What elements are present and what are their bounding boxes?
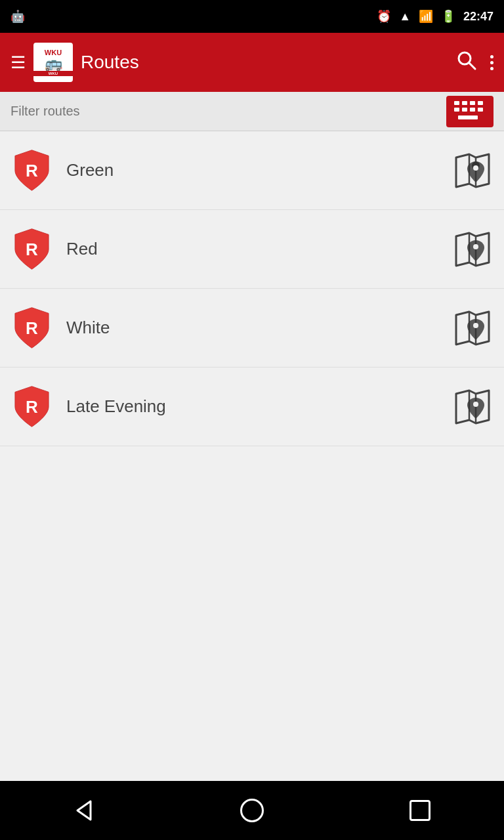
route-list: R Green R Red bbox=[0, 131, 504, 446]
map-icon-red bbox=[451, 228, 494, 270]
map-icon-green bbox=[451, 149, 494, 192]
route-item-late-evening[interactable]: R Late Evening bbox=[0, 368, 504, 446]
route-badge-red: R bbox=[10, 228, 53, 270]
status-right: ⏰ ▲ 📶 🔋 22:47 bbox=[377, 9, 494, 24]
svg-rect-6 bbox=[454, 108, 459, 112]
back-button[interactable] bbox=[68, 794, 100, 827]
route-name-late-evening: Late Evening bbox=[66, 396, 451, 417]
route-badge-white: R bbox=[10, 306, 53, 349]
route-badge-late-evening: R bbox=[10, 385, 53, 428]
status-bar: 🤖 ⏰ ▲ 📶 🔋 22:47 bbox=[0, 0, 504, 33]
signal-icon: 📶 bbox=[419, 9, 433, 24]
svg-line-1 bbox=[469, 62, 476, 69]
search-button[interactable] bbox=[456, 50, 477, 75]
wifi-icon: ▲ bbox=[399, 10, 411, 24]
svg-rect-3 bbox=[462, 101, 467, 105]
svg-text:R: R bbox=[26, 240, 38, 259]
filter-bar bbox=[0, 92, 504, 131]
battery-icon: 🔋 bbox=[441, 9, 455, 24]
bottom-nav-bar bbox=[0, 781, 504, 840]
app-bar: ☰ WKU 🚌 WKU Routes bbox=[0, 33, 504, 92]
logo-bar-text: WKU bbox=[49, 72, 58, 75]
route-name-white: White bbox=[66, 318, 451, 338]
app-logo: WKU 🚌 WKU bbox=[33, 43, 73, 82]
svg-marker-32 bbox=[77, 801, 91, 820]
svg-rect-10 bbox=[458, 116, 478, 119]
logo-bus-icon: 🚌 bbox=[45, 56, 62, 71]
dot2 bbox=[490, 61, 494, 64]
svg-rect-7 bbox=[462, 108, 467, 112]
svg-text:R: R bbox=[26, 161, 38, 180]
svg-point-21 bbox=[473, 244, 478, 249]
route-item-red[interactable]: R Red bbox=[0, 210, 504, 289]
more-options-button[interactable] bbox=[490, 55, 494, 70]
home-circle bbox=[240, 799, 264, 822]
recents-square bbox=[410, 800, 430, 821]
recents-button[interactable] bbox=[404, 794, 436, 827]
android-icon: 🤖 bbox=[10, 9, 25, 24]
svg-rect-9 bbox=[478, 108, 483, 112]
keyboard-button[interactable] bbox=[446, 96, 494, 127]
map-icon-late-evening bbox=[451, 385, 494, 428]
map-icon-white bbox=[451, 306, 494, 349]
svg-text:R: R bbox=[26, 397, 38, 417]
route-name-red: Red bbox=[66, 239, 451, 259]
status-left: 🤖 bbox=[10, 9, 28, 24]
svg-point-31 bbox=[473, 402, 478, 407]
home-button[interactable] bbox=[236, 794, 268, 827]
route-item-green[interactable]: R Green bbox=[0, 131, 504, 210]
route-name-green: Green bbox=[66, 160, 451, 180]
svg-rect-5 bbox=[478, 101, 483, 105]
dot3 bbox=[490, 67, 494, 70]
svg-rect-4 bbox=[470, 101, 475, 105]
logo-bar: WKU bbox=[33, 71, 73, 76]
svg-rect-2 bbox=[454, 101, 459, 105]
page-title: Routes bbox=[81, 52, 456, 73]
alarm-icon: ⏰ bbox=[377, 9, 391, 24]
dot1 bbox=[490, 55, 494, 58]
filter-input[interactable] bbox=[10, 104, 446, 119]
svg-rect-8 bbox=[470, 108, 475, 112]
svg-point-16 bbox=[473, 165, 478, 171]
route-item-white[interactable]: R White bbox=[0, 289, 504, 368]
svg-point-26 bbox=[473, 323, 478, 328]
menu-button[interactable]: ☰ bbox=[10, 54, 26, 71]
route-badge-green: R bbox=[10, 149, 53, 192]
status-time: 22:47 bbox=[463, 10, 494, 24]
svg-text:R: R bbox=[26, 318, 38, 338]
